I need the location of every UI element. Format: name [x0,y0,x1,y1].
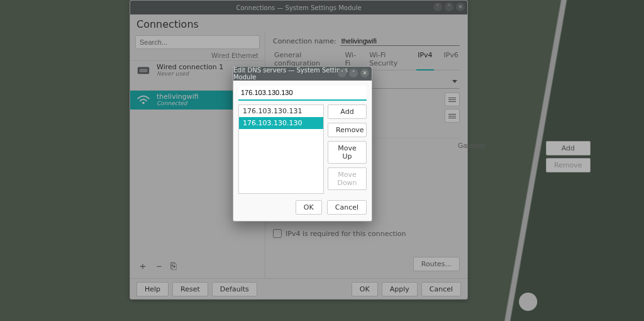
list-item[interactable]: 176.103.130.130 [239,117,323,129]
dns-movedown-button[interactable]: Move Down [328,167,367,190]
dialog-close-icon[interactable]: ✕ [360,69,369,77]
dialog-titlebar[interactable]: Edit DNS servers — System Settings Modul… [233,67,372,81]
dns-edit-input[interactable] [238,86,367,101]
edit-dns-dialog: Edit DNS servers — System Settings Modul… [233,66,372,222]
dialog-ok-button[interactable]: OK [296,200,322,215]
dns-moveup-button[interactable]: Move Up [328,141,367,164]
dialog-max-icon[interactable]: ˄ [349,69,358,77]
dialog-min-icon[interactable]: ˅ [338,69,347,77]
dns-list[interactable]: 176.103.130.131 176.103.130.130 [238,104,324,194]
list-item[interactable]: 176.103.130.131 [239,105,323,117]
dialog-cancel-button[interactable]: Cancel [327,200,367,215]
dns-add-button[interactable]: Add [328,104,367,119]
dns-remove-button[interactable]: Remove [328,123,367,137]
